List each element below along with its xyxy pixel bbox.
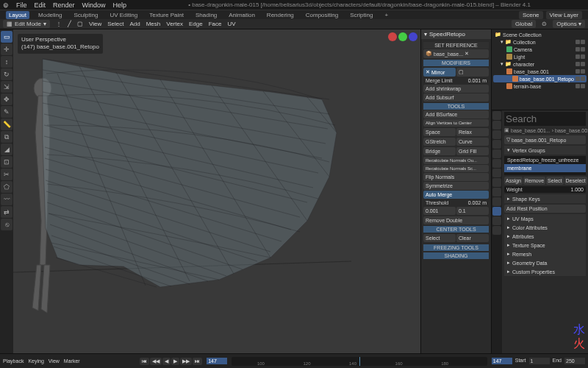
tab-uv[interactable]: UV Editing — [107, 11, 140, 19]
ptab-texture[interactable] — [492, 226, 501, 235]
vg-item-freeze[interactable]: SpeedRetopo_freeze_unfreeze — [504, 156, 586, 164]
gizmo-icon3[interactable] — [409, 32, 417, 41]
tool-loop[interactable]: ⊡ — [1, 156, 12, 168]
props-search[interactable] — [504, 112, 586, 126]
frame-display[interactable] — [492, 358, 512, 364]
tool-measure[interactable]: 📏 — [1, 118, 12, 130]
relax-btn[interactable]: Relax — [456, 128, 489, 136]
edge-select-icon[interactable]: ╱ — [68, 21, 71, 27]
ptab-render[interactable] — [492, 111, 501, 120]
weight-slider[interactable]: Weight1.000 — [504, 186, 586, 193]
tab-script[interactable]: Scripting — [347, 11, 376, 19]
panel-shapekeys[interactable]: ▸ Shape Keys — [504, 194, 586, 203]
vertex-select-icon[interactable]: ⋮ — [56, 21, 62, 27]
tool-smooth[interactable]: 〰 — [1, 194, 12, 205]
menu-add[interactable]: Add — [129, 21, 140, 27]
tool-select[interactable]: ▭ — [1, 31, 12, 43]
ptab-material[interactable] — [492, 216, 501, 225]
current-frame[interactable] — [207, 358, 227, 364]
recalc-out[interactable]: Recalculate Normals Ou... — [423, 157, 489, 164]
ptab-physics[interactable] — [492, 188, 501, 197]
mode-dropdown[interactable]: ▦Edit Mode▾ — [3, 20, 50, 28]
mirror-btn[interactable]: ✕ Mirror — [423, 68, 456, 77]
mirror-toggle[interactable]: ▢ — [456, 68, 489, 77]
obj-name-field[interactable]: ▽ base_base.001_Retopo — [504, 135, 586, 144]
vg-deselect[interactable]: Deselect — [564, 177, 587, 185]
menu-face[interactable]: Face — [209, 21, 222, 27]
menu-file[interactable]: File — [16, 1, 27, 9]
jump-start-btn[interactable]: ⏮ — [140, 358, 149, 365]
tab-anim[interactable]: Animation — [226, 11, 258, 19]
tool-transform[interactable]: ✥ — [1, 93, 12, 105]
gstretch-btn[interactable]: GStretch — [423, 138, 456, 146]
tool-knife[interactable]: ✂ — [1, 169, 12, 180]
tab-render[interactable]: Rendering — [264, 11, 297, 19]
tool-scale[interactable]: ⇲ — [1, 81, 12, 93]
panel-geodata[interactable]: ▸ Geometry Data — [504, 258, 586, 267]
ct-clear[interactable]: Clear — [456, 234, 489, 242]
tool-bevel[interactable]: ◢ — [1, 144, 12, 155]
menu-render[interactable]: Render — [53, 1, 75, 9]
next-key-btn[interactable]: ▶▶ — [180, 358, 192, 365]
tab-sculpting[interactable]: Sculpting — [71, 11, 101, 19]
3d-viewport[interactable]: User Perspective (147) base_base.001_Ret… — [13, 29, 420, 353]
menu-window[interactable]: Window — [82, 1, 106, 9]
vg-remove[interactable]: Remove — [523, 177, 545, 185]
ptab-data[interactable] — [492, 207, 501, 216]
scene-dropdown[interactable]: Scene — [519, 11, 543, 19]
ptab-output[interactable] — [492, 121, 501, 130]
add-bsurface[interactable]: Add BSurface — [423, 110, 489, 118]
automerge[interactable]: Auto Merge — [423, 191, 489, 199]
viewlayer-dropdown[interactable]: View Layer — [546, 11, 582, 19]
vg-item-membrane[interactable]: membrane — [504, 164, 586, 172]
ptab-mod[interactable] — [492, 169, 501, 177]
orientation-dropdown[interactable]: Global — [512, 20, 536, 28]
curve-btn[interactable]: Curve — [456, 138, 489, 146]
outliner[interactable]: 📁Scene Collection ▾ 📁Collection Camera L… — [492, 29, 588, 110]
panel-attributes[interactable]: ▸ Attributes — [504, 232, 586, 241]
tool-poly[interactable]: ⬠ — [1, 181, 12, 193]
vg-select[interactable]: Select — [546, 177, 563, 185]
symmetrize[interactable]: Symmetrize — [423, 182, 489, 190]
vg-list[interactable]: SpeedRetopo_freeze_unfreeze membrane — [504, 156, 586, 175]
add-rest-pos[interactable]: Add Rest Position — [504, 205, 586, 213]
vg-header[interactable]: ▾ Vertex Groups — [504, 146, 586, 155]
tool-extrude[interactable]: ⧉ — [1, 131, 12, 143]
panel-texspace[interactable]: ▸ Texture Space — [504, 241, 586, 250]
timeline-frames[interactable]: 100 120 140 160 180 — [232, 357, 487, 366]
end-frame[interactable] — [564, 358, 585, 364]
add-subsurf[interactable]: Add Subsurf — [423, 93, 489, 102]
menu-uv[interactable]: UV — [227, 21, 235, 27]
menu-mesh[interactable]: Mesh — [146, 21, 161, 27]
tl-view[interactable]: View — [49, 358, 60, 364]
ptab-world[interactable] — [492, 149, 501, 158]
space-btn[interactable]: Space — [423, 128, 456, 136]
remove-double[interactable]: Remove Double — [423, 216, 489, 224]
start-frame[interactable] — [529, 358, 550, 364]
panel-remesh[interactable]: ▸ Remesh — [504, 250, 586, 258]
tab-modeling[interactable]: Modeling — [35, 11, 65, 19]
snap-icon[interactable]: ⊙ — [542, 21, 547, 27]
gridfill-btn[interactable]: Grid Fill — [456, 147, 489, 155]
val1[interactable]: 0.001 — [423, 207, 456, 215]
bridge-btn[interactable]: Bridge — [423, 147, 456, 155]
tool-cursor[interactable]: ✛ — [1, 43, 12, 55]
jump-end-btn[interactable]: ⏭ — [193, 358, 202, 365]
tab-comp[interactable]: Compositing — [303, 11, 341, 19]
tab-layout[interactable]: Layout — [6, 11, 29, 19]
tl-playback[interactable]: Playback — [3, 358, 24, 364]
tl-marker[interactable]: Marker — [64, 358, 80, 364]
ptab-obj[interactable] — [492, 159, 501, 168]
menu-edge[interactable]: Edge — [189, 21, 203, 27]
options-btn[interactable]: Options ▾ — [553, 20, 585, 28]
tab-shading[interactable]: Shading — [193, 11, 220, 19]
ptab-constraint[interactable] — [492, 197, 501, 206]
vg-assign[interactable]: Assign — [504, 177, 523, 185]
gizmo-icon[interactable] — [388, 32, 397, 41]
recalc-scr[interactable]: Recalculate Normals Sc... — [423, 165, 489, 172]
tool-rotate[interactable]: ↻ — [1, 68, 12, 80]
ptab-view[interactable] — [492, 130, 501, 139]
ct-select[interactable]: Select — [423, 234, 456, 242]
menu-view[interactable]: View — [89, 21, 101, 27]
play-btn[interactable]: ▶ — [171, 358, 179, 365]
